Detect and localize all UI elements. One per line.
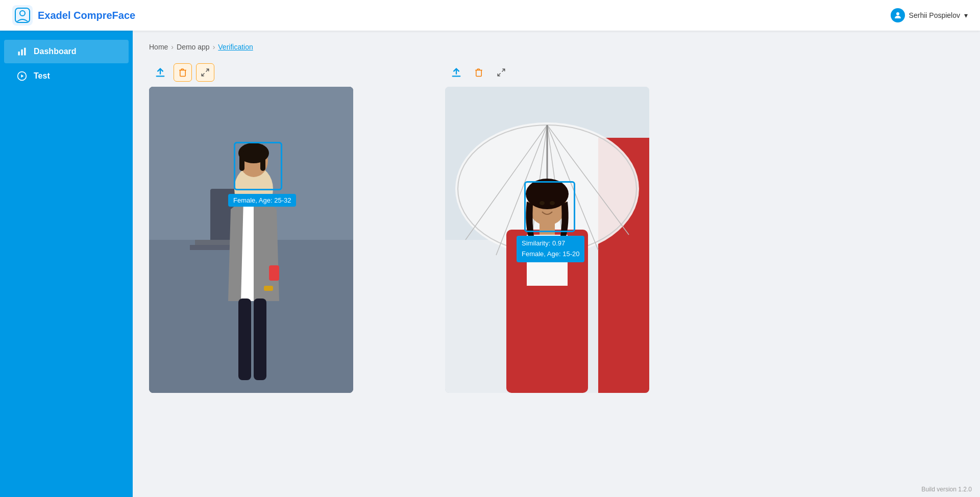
- svg-line-26: [502, 69, 505, 71]
- sidebar-dashboard-label: Dashboard: [34, 47, 77, 56]
- right-face-label-age: Female, Age: 15-20: [522, 249, 579, 260]
- svg-point-3: [896, 12, 899, 15]
- logo-text: Exadel CompreFace: [38, 10, 135, 21]
- breadcrumb-home[interactable]: Home: [149, 43, 168, 51]
- right-face-label-similarity: Similarity: 0.97: [522, 238, 579, 249]
- breadcrumb-sep2: ›: [213, 43, 215, 51]
- logo: Exadel CompreFace: [12, 5, 135, 26]
- svg-line-9: [206, 69, 209, 71]
- right-toolbar: [445, 63, 510, 82]
- chart-icon: [16, 46, 28, 57]
- left-delete-button[interactable]: [174, 63, 192, 82]
- svg-rect-6: [24, 48, 26, 56]
- app-header: Exadel CompreFace Serhii Pospielov ▾: [0, 0, 980, 31]
- left-face-label: Female, Age: 25-32: [228, 194, 296, 207]
- svg-rect-24: [269, 265, 279, 281]
- breadcrumb-app[interactable]: Demo app: [177, 43, 210, 51]
- right-face-label: Similarity: 0.97 Female, Age: 15-20: [517, 236, 584, 262]
- left-photo-svg: [149, 87, 353, 393]
- breadcrumb: Home › Demo app › Verification: [149, 43, 964, 51]
- sidebar-item-test[interactable]: Test: [4, 64, 129, 88]
- right-face-box: [524, 181, 575, 232]
- app-body: Dashboard Test Home › Demo app › Verific…: [0, 31, 980, 497]
- svg-line-27: [498, 73, 500, 76]
- left-upload-button[interactable]: [151, 63, 169, 82]
- left-image-wrapper: Female, Age: 25-32: [149, 87, 353, 393]
- play-icon: [16, 70, 28, 82]
- svg-line-10: [202, 73, 204, 76]
- logo-icon: [12, 5, 33, 26]
- version-footer: Build version 1.2.0: [921, 486, 972, 493]
- user-name: Serhii Pospielov: [909, 11, 960, 19]
- svg-rect-4: [18, 52, 20, 56]
- right-upload-button[interactable]: [447, 63, 465, 82]
- left-toolbar: [149, 63, 214, 82]
- sidebar-test-label: Test: [34, 71, 50, 81]
- right-expand-button[interactable]: [492, 63, 510, 82]
- user-avatar: [891, 8, 905, 22]
- breadcrumb-current[interactable]: Verification: [218, 43, 253, 51]
- svg-rect-5: [21, 49, 22, 56]
- right-image-wrapper: Similarity: 0.97 Female, Age: 15-20: [445, 87, 649, 393]
- user-dropdown-icon: ▾: [964, 11, 968, 19]
- left-face-box: [234, 142, 282, 190]
- left-image-panel: Female, Age: 25-32: [149, 63, 353, 393]
- right-image-panel: Similarity: 0.97 Female, Age: 15-20: [445, 63, 649, 393]
- main-content: Home › Demo app › Verification: [133, 31, 980, 497]
- svg-rect-25: [264, 286, 273, 291]
- svg-rect-22: [238, 299, 251, 380]
- breadcrumb-sep1: ›: [171, 43, 174, 51]
- sidebar-item-dashboard[interactable]: Dashboard: [4, 40, 129, 63]
- left-expand-button[interactable]: [196, 63, 214, 82]
- svg-marker-8: [21, 74, 23, 78]
- images-row: Female, Age: 25-32: [149, 63, 964, 393]
- svg-rect-23: [254, 299, 266, 380]
- right-delete-button[interactable]: [470, 63, 488, 82]
- sidebar: Dashboard Test: [0, 31, 133, 497]
- user-menu[interactable]: Serhii Pospielov ▾: [891, 8, 968, 22]
